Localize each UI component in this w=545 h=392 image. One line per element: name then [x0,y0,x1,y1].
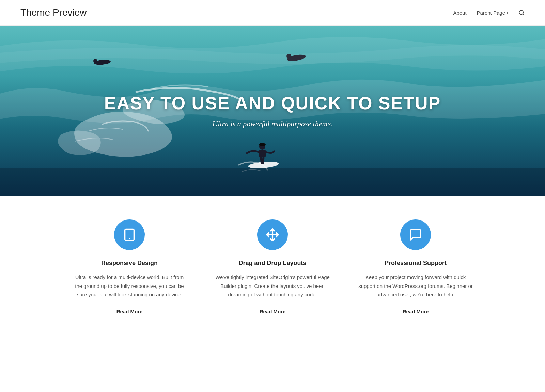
search-icon [518,10,525,16]
search-button[interactable] [518,10,525,16]
feature-support-read-more[interactable]: Read More [403,309,429,314]
responsive-icon-circle [114,219,145,250]
feature-responsive-read-more[interactable]: Read More [116,309,143,314]
svg-rect-13 [0,168,545,196]
feature-dragdrop-title: Drag and Drop Layouts [215,260,330,267]
nav-parent-page-label: Parent Page [477,10,505,16]
feature-responsive: Responsive Design Ultra is ready for a m… [58,219,201,315]
hero-title: EASY TO USE AND QUICK TO SETUP [104,93,441,113]
chevron-down-icon: ▾ [507,11,508,15]
feature-responsive-desc: Ultra is ready for a multi-device world.… [72,273,187,299]
feature-dragdrop: Drag and Drop Layouts We've tightly inte… [201,219,344,315]
chat-icon [409,228,422,242]
feature-support-title: Professional Support [358,260,473,267]
svg-point-4 [286,54,291,59]
svg-point-12 [259,143,266,146]
hero-content: EASY TO USE AND QUICK TO SETUP Ultra is … [97,93,448,128]
svg-rect-14 [125,229,134,240]
svg-line-1 [523,14,524,15]
nav-about[interactable]: About [453,10,466,16]
main-nav: About Parent Page ▾ [453,10,525,16]
support-icon-circle [400,219,431,250]
nav-parent-page[interactable]: Parent Page ▾ [477,10,508,16]
site-title: Theme Preview [20,7,87,18]
tablet-icon [123,228,136,242]
feature-dragdrop-desc: We've tightly integrated SiteOrigin's po… [215,273,330,299]
feature-dragdrop-read-more[interactable]: Read More [260,309,286,314]
move-icon [266,228,279,242]
svg-point-6 [93,59,97,63]
feature-responsive-title: Responsive Design [72,260,187,267]
features-section: Responsive Design Ultra is ready for a m… [0,196,545,335]
dragdrop-icon-circle [257,219,288,250]
feature-support-desc: Keep your project moving forward with qu… [358,273,473,299]
feature-support: Professional Support Keep your project m… [344,219,487,315]
svg-rect-10 [259,150,266,157]
hero-section: EASY TO USE AND QUICK TO SETUP Ultra is … [0,26,545,196]
hero-subtitle: Ultra is a powerful multipurpose theme. [104,119,441,128]
site-header: Theme Preview About Parent Page ▾ [0,0,545,26]
